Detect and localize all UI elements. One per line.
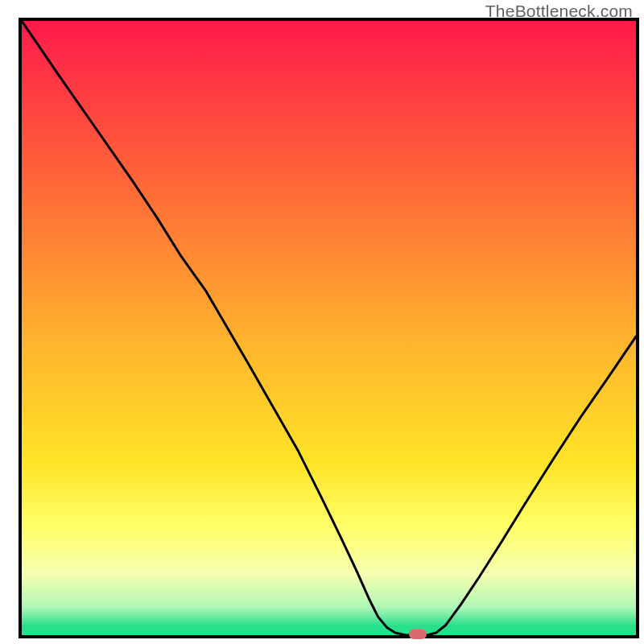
plot-svg bbox=[0, 0, 644, 644]
gradient-background bbox=[22, 21, 636, 635]
bottleneck-chart: TheBottleneck.com bbox=[0, 0, 644, 644]
watermark-text: TheBottleneck.com bbox=[485, 2, 633, 21]
optimal-point-marker bbox=[409, 630, 427, 639]
